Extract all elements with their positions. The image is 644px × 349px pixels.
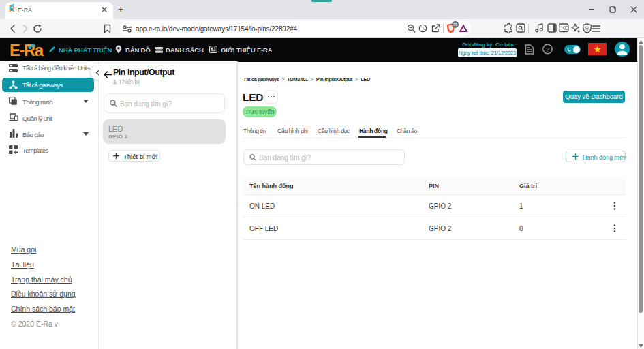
- svg-text:?: ?: [546, 46, 549, 53]
